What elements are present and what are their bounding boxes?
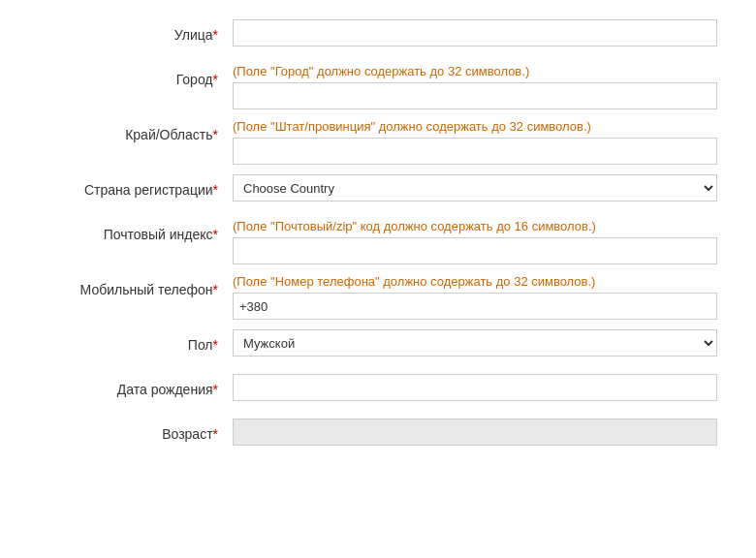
phone-hint: (Поле "Номер телефона" должно содержать … xyxy=(233,274,717,289)
registration-form: Улица* Город* (Поле "Город" должно содер… xyxy=(0,0,756,482)
age-required: * xyxy=(213,426,218,442)
phone-label: Мобильный телефон* xyxy=(39,274,233,297)
age-label: Возраст* xyxy=(39,418,233,442)
birthdate-label: Дата рождения* xyxy=(39,374,233,397)
gender-required: * xyxy=(213,337,218,353)
country-row: Страна регистрации* Choose Country xyxy=(39,174,717,209)
region-hint: (Поле "Штат/провинция" должно содержать … xyxy=(233,119,717,134)
phone-field: (Поле "Номер телефона" должно содержать … xyxy=(233,274,717,320)
postal-required: * xyxy=(213,227,218,242)
street-input[interactable] xyxy=(233,19,717,46)
postal-label: Почтовый индекс* xyxy=(39,219,233,242)
street-row: Улица* xyxy=(39,19,717,54)
postal-field: (Поле "Почтовый/zip" код должно содержат… xyxy=(233,219,717,264)
birthdate-input[interactable] xyxy=(233,374,717,401)
region-row: Край/Область* (Поле "Штат/провинция" дол… xyxy=(39,119,717,165)
postal-row: Почтовый индекс* (Поле "Почтовый/zip" ко… xyxy=(39,219,717,264)
birthdate-field xyxy=(233,374,717,401)
region-field: (Поле "Штат/провинция" должно содержать … xyxy=(233,119,717,165)
phone-input[interactable] xyxy=(233,293,717,320)
phone-required: * xyxy=(213,282,218,297)
city-required: * xyxy=(213,72,218,87)
gender-label: Пол* xyxy=(39,329,233,353)
street-required: * xyxy=(213,27,218,43)
country-label: Страна регистрации* xyxy=(39,174,233,198)
city-row: Город* (Поле "Город" должно содержать до… xyxy=(39,64,717,109)
postal-input[interactable] xyxy=(233,237,717,264)
age-field xyxy=(233,418,717,446)
region-input[interactable] xyxy=(233,138,717,165)
city-label: Город* xyxy=(39,64,233,87)
birthdate-row: Дата рождения* xyxy=(39,374,717,409)
region-label: Край/Область* xyxy=(39,119,233,142)
age-input xyxy=(233,418,717,446)
country-select[interactable]: Choose Country xyxy=(233,174,717,202)
street-field xyxy=(233,19,717,46)
city-input[interactable] xyxy=(233,82,717,109)
region-required: * xyxy=(213,127,218,142)
city-hint: (Поле "Город" должно содержать до 32 сим… xyxy=(233,64,717,78)
postal-hint: (Поле "Почтовый/zip" код должно содержат… xyxy=(233,219,717,233)
age-row: Возраст* xyxy=(39,418,717,453)
country-required: * xyxy=(213,182,218,198)
gender-select[interactable]: Мужской Женский xyxy=(233,329,717,356)
country-field: Choose Country xyxy=(233,174,717,202)
gender-row: Пол* Мужской Женский xyxy=(39,329,717,364)
phone-row: Мобильный телефон* (Поле "Номер телефона… xyxy=(39,274,717,320)
street-label: Улица* xyxy=(39,19,233,43)
gender-field: Мужской Женский xyxy=(233,329,717,356)
birthdate-required: * xyxy=(213,382,218,397)
city-field: (Поле "Город" должно содержать до 32 сим… xyxy=(233,64,717,109)
